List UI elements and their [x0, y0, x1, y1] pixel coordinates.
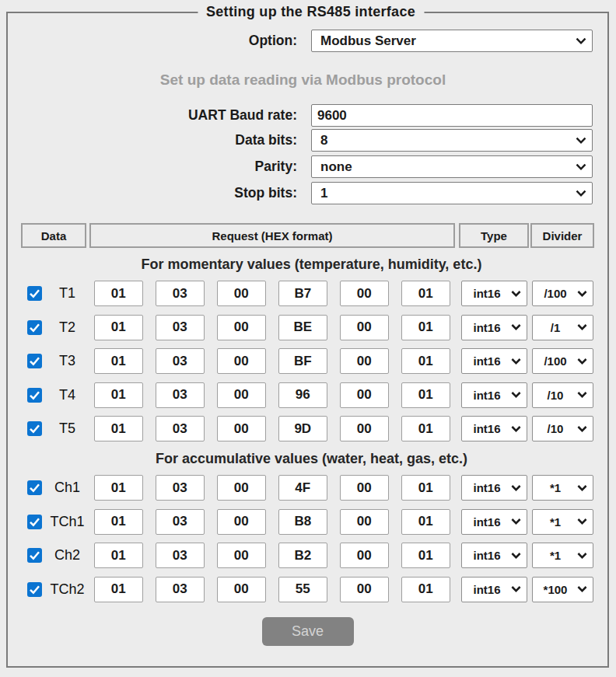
request-byte-input[interactable]	[401, 475, 451, 501]
divider-select[interactable]: /1	[532, 315, 593, 340]
request-byte-input[interactable]	[401, 577, 451, 602]
row-enabled-checkbox[interactable]	[27, 354, 42, 368]
header-type: Type	[459, 223, 529, 248]
save-button[interactable]: Save	[262, 617, 354, 646]
row-enabled-checkbox[interactable]	[27, 286, 42, 301]
row-enabled-checkbox[interactable]	[27, 582, 42, 597]
parity-select[interactable]: none	[311, 155, 593, 178]
stopbits-select[interactable]: 1	[311, 182, 593, 204]
row-enabled-checkbox[interactable]	[27, 480, 42, 495]
divider-select[interactable]: *100	[532, 577, 593, 602]
type-select[interactable]: int16	[461, 577, 527, 602]
request-byte-input[interactable]	[401, 416, 451, 441]
type-select[interactable]: int16	[461, 382, 527, 408]
request-byte-input[interactable]	[217, 577, 267, 602]
row-label: Ch1	[41, 475, 93, 501]
request-byte-input[interactable]	[94, 382, 144, 408]
divider-select[interactable]: /100	[532, 348, 593, 374]
type-select[interactable]: int16	[461, 475, 527, 501]
row-label: TCh1	[41, 509, 93, 535]
request-byte-input[interactable]	[217, 509, 267, 535]
baud-input[interactable]	[311, 104, 593, 127]
request-byte-input[interactable]	[401, 281, 451, 306]
request-byte-input[interactable]	[94, 509, 144, 535]
request-byte-input[interactable]	[401, 382, 451, 408]
request-byte-input[interactable]	[94, 543, 144, 568]
divider-select[interactable]: /10	[532, 382, 593, 408]
request-byte-input[interactable]	[156, 475, 205, 501]
request-byte-input[interactable]	[340, 509, 390, 535]
request-byte-input[interactable]	[217, 543, 267, 568]
request-byte-input[interactable]	[340, 416, 390, 441]
request-byte-input[interactable]	[278, 577, 328, 602]
type-select[interactable]: int16	[461, 281, 527, 306]
request-byte-input[interactable]	[94, 281, 144, 306]
request-byte-input[interactable]	[401, 315, 451, 340]
request-byte-input[interactable]	[94, 577, 144, 602]
request-byte-input[interactable]	[340, 543, 390, 568]
request-byte-input[interactable]	[340, 577, 390, 602]
option-select[interactable]: Modbus Server	[311, 30, 593, 52]
row-enabled-checkbox[interactable]	[27, 515, 42, 529]
request-byte-input[interactable]	[156, 348, 205, 374]
type-select[interactable]: int16	[461, 509, 527, 535]
request-byte-input[interactable]	[340, 475, 390, 501]
request-byte-input[interactable]	[94, 348, 144, 374]
request-byte-input[interactable]	[217, 416, 267, 441]
request-byte-input[interactable]	[401, 348, 451, 374]
row-enabled-checkbox[interactable]	[27, 548, 42, 563]
request-byte-input[interactable]	[94, 315, 144, 340]
stopbits-row: Stop bits: 1	[8, 182, 607, 204]
request-byte-input[interactable]	[340, 315, 390, 340]
checkmark-icon	[27, 582, 42, 597]
row-enabled-checkbox[interactable]	[27, 421, 42, 436]
request-byte-input[interactable]	[340, 281, 390, 306]
checkmark-icon	[27, 515, 42, 529]
request-byte-input[interactable]	[156, 315, 205, 340]
request-byte-input[interactable]	[340, 382, 390, 408]
request-byte-input[interactable]	[217, 281, 267, 306]
request-byte-input[interactable]	[156, 543, 205, 568]
databits-row: Data bits: 8	[8, 129, 607, 152]
divider-select[interactable]: *1	[532, 509, 593, 535]
request-byte-input[interactable]	[401, 509, 451, 535]
request-byte-input[interactable]	[156, 382, 205, 408]
request-byte-input[interactable]	[401, 543, 451, 568]
row-enabled-checkbox[interactable]	[27, 320, 42, 335]
request-byte-input[interactable]	[278, 382, 328, 408]
type-select[interactable]: int16	[461, 315, 527, 340]
request-byte-input[interactable]	[94, 475, 144, 501]
section-title-accumulative: For accumulative values (water, heat, ga…	[12, 448, 611, 469]
request-byte-input[interactable]	[278, 416, 328, 441]
request-byte-input[interactable]	[278, 281, 328, 306]
request-byte-input[interactable]	[278, 348, 328, 374]
request-byte-input[interactable]	[156, 509, 205, 535]
divider-select[interactable]: /10	[532, 416, 593, 441]
request-byte-input[interactable]	[340, 348, 390, 374]
request-byte-input[interactable]	[278, 509, 328, 535]
table-row-T4: T4 int16 /10	[8, 382, 607, 408]
rs485-settings-panel: Setting up the RS485 interface Option: M…	[6, 12, 609, 668]
request-byte-input[interactable]	[156, 281, 205, 306]
type-select[interactable]: int16	[461, 543, 527, 568]
request-byte-input[interactable]	[217, 382, 267, 408]
request-byte-input[interactable]	[156, 577, 205, 602]
request-byte-input[interactable]	[94, 416, 144, 441]
request-byte-input[interactable]	[156, 416, 205, 441]
request-byte-input[interactable]	[217, 315, 267, 340]
request-byte-input[interactable]	[217, 475, 267, 501]
divider-select[interactable]: /100	[532, 281, 593, 306]
type-select[interactable]: int16	[461, 348, 527, 374]
checkmark-icon	[27, 388, 42, 403]
divider-select[interactable]: *1	[532, 543, 593, 568]
request-byte-input[interactable]	[278, 315, 328, 340]
table-row-TCh1: TCh1 int16 *1	[8, 509, 607, 535]
row-enabled-checkbox[interactable]	[27, 388, 42, 403]
databits-select[interactable]: 8	[311, 129, 593, 152]
checkmark-icon	[27, 320, 42, 335]
request-byte-input[interactable]	[217, 348, 267, 374]
divider-select[interactable]: *1	[532, 475, 593, 501]
type-select[interactable]: int16	[461, 416, 527, 441]
request-byte-input[interactable]	[278, 543, 328, 568]
request-byte-input[interactable]	[278, 475, 328, 501]
